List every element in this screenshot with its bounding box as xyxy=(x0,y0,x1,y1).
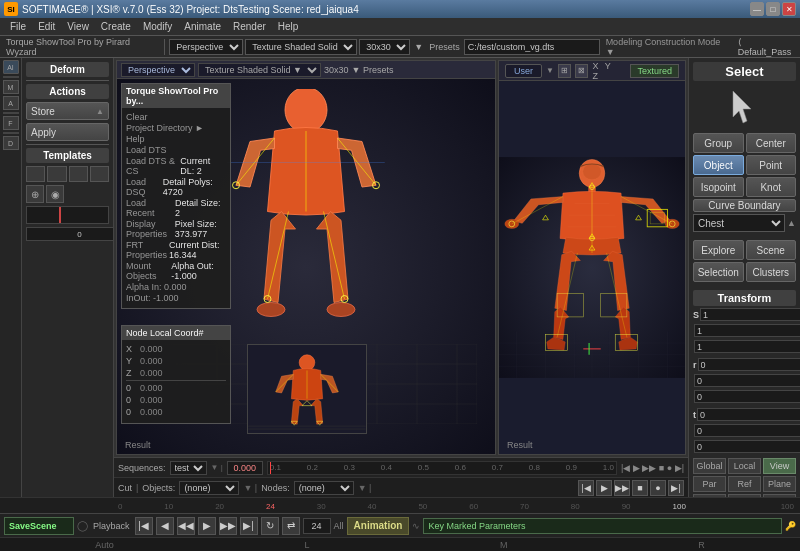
left-vp-shading-select[interactable]: Texture Shaded Solid ▼ xyxy=(198,63,321,77)
icon-btn-4[interactable] xyxy=(90,166,109,182)
vp-icon-3[interactable]: ⊠ xyxy=(575,64,588,78)
vp-icon-1[interactable]: ▼ xyxy=(546,66,554,75)
menu-create[interactable]: Create xyxy=(95,18,137,35)
transport-first-btn[interactable]: |◀ xyxy=(135,517,153,535)
menu-modify[interactable]: Modify xyxy=(137,18,178,35)
plane-btn[interactable]: Plane xyxy=(763,476,796,492)
transport-bounce-btn[interactable]: ⇄ xyxy=(282,517,300,535)
sequences-select[interactable]: test xyxy=(170,461,207,475)
mini-timeline-marker xyxy=(59,207,61,223)
icon-btn-1[interactable] xyxy=(26,166,45,182)
scene-btn[interactable]: Scene xyxy=(746,240,797,260)
cursor-icon xyxy=(725,87,765,127)
left-vp-camera-select[interactable]: Perspective xyxy=(121,63,195,77)
user-camera-btn[interactable]: User xyxy=(505,64,542,78)
animation-btn[interactable]: Animation xyxy=(347,517,410,535)
app-icon-text: SI xyxy=(7,5,15,14)
savescene-input[interactable] xyxy=(4,517,74,535)
selection-btn[interactable]: Selection xyxy=(693,262,744,282)
play-ffwd-btn[interactable]: ▶▶ xyxy=(614,480,630,496)
key-marked-icon[interactable]: 🔑 xyxy=(785,521,796,531)
rot-x-input[interactable] xyxy=(698,358,800,371)
maximize-button[interactable]: □ xyxy=(766,2,780,16)
par-btn[interactable]: Par xyxy=(693,476,726,492)
nodes-select[interactable]: (none) xyxy=(294,481,354,495)
paint-icon[interactable]: ◉ xyxy=(46,185,64,203)
trans-z-input[interactable] xyxy=(694,440,800,453)
key-marked-params[interactable]: Key Marked Parameters xyxy=(423,518,782,534)
obj-arrow: ▼ | xyxy=(243,483,257,493)
trans-y-input[interactable] xyxy=(694,424,800,437)
curve-boundary-btn[interactable]: Curve Boundary xyxy=(693,199,796,212)
menu-file[interactable]: File xyxy=(4,18,32,35)
transform-s-x: S x xyxy=(693,308,796,321)
local-btn[interactable]: Local xyxy=(728,458,761,474)
frame-input[interactable] xyxy=(303,518,331,534)
sidebar-btn-1[interactable]: AI xyxy=(3,60,19,74)
seq-time-input[interactable] xyxy=(227,461,263,475)
scale-select[interactable]: 30x30 xyxy=(359,39,410,55)
ref-btn[interactable]: Ref xyxy=(728,476,761,492)
sidebar-btn-2[interactable]: M xyxy=(3,80,19,94)
close-button[interactable]: ✕ xyxy=(782,2,796,16)
stop-btn[interactable]: ■ xyxy=(632,480,648,496)
scale-y-input[interactable] xyxy=(694,324,800,337)
sidebar-btn-5[interactable]: D xyxy=(3,136,19,150)
menu-help[interactable]: Help xyxy=(272,18,305,35)
scale-z-input[interactable] xyxy=(694,340,800,353)
chest-select[interactable]: Chest xyxy=(693,214,785,232)
playback-controls: |◀ ▶ ▶▶ ■ ● ▶| xyxy=(578,480,684,496)
time-start-input[interactable] xyxy=(26,227,114,241)
view-btn[interactable]: View xyxy=(763,458,796,474)
apply-btn[interactable]: Apply xyxy=(26,123,109,141)
menu-edit[interactable]: Edit xyxy=(32,18,61,35)
shading-select[interactable]: Texture Shaded Solid xyxy=(245,39,357,55)
record-btn[interactable]: ● xyxy=(650,480,666,496)
transport-rewind-btn[interactable]: ◀◀ xyxy=(177,517,195,535)
play-fwd-btn[interactable]: ▶ xyxy=(596,480,612,496)
trans-x-input[interactable] xyxy=(697,408,800,421)
path-input[interactable] xyxy=(464,39,600,55)
clusters-btn[interactable]: Clusters xyxy=(746,262,797,282)
savescene-arrow[interactable]: ◯ xyxy=(77,520,88,531)
sidebar-btn-4[interactable]: F xyxy=(3,116,19,130)
group-btn[interactable]: Group xyxy=(693,133,744,153)
menu-view[interactable]: View xyxy=(61,18,95,35)
play-back-btn[interactable]: |◀ xyxy=(578,480,594,496)
minimize-button[interactable]: — xyxy=(750,2,764,16)
global-btn[interactable]: Global xyxy=(693,458,726,474)
center-btn[interactable]: Center xyxy=(746,133,797,153)
explore-btn[interactable]: Explore xyxy=(693,240,744,260)
magnet-icon[interactable]: ⊕ xyxy=(26,185,44,203)
transport-play-btn[interactable]: ▶ xyxy=(198,517,216,535)
perspective-select[interactable]: Perspective xyxy=(169,39,243,55)
object-btn[interactable]: Object xyxy=(693,155,744,175)
mat-btn[interactable]: MAT xyxy=(763,494,796,497)
icon-btn-2[interactable] xyxy=(47,166,66,182)
transport-prev-btn[interactable]: ◀ xyxy=(156,517,174,535)
menu-animate[interactable]: Animate xyxy=(178,18,227,35)
knot-btn[interactable]: Knot xyxy=(746,177,797,197)
window-controls: — □ ✕ xyxy=(750,2,796,16)
vp-icon-2[interactable]: ⊞ xyxy=(558,64,571,78)
icon-btn-3[interactable] xyxy=(69,166,88,182)
anim-wave-icon[interactable]: ∿ xyxy=(412,521,420,531)
left-vp-presets[interactable]: ▼ Presets xyxy=(352,65,394,75)
scale-x-input[interactable] xyxy=(700,308,800,321)
store-btn[interactable]: Store ▲ xyxy=(26,102,109,120)
rot-z-input[interactable] xyxy=(694,390,800,403)
isopoint-btn[interactable]: Isopoint xyxy=(693,177,744,197)
transport-loop-btn[interactable]: ↻ xyxy=(261,517,279,535)
play-btns[interactable]: |◀ ▶ ▶▶ ■ ● ▶| xyxy=(621,463,684,473)
mcp-btn[interactable]: MCP xyxy=(693,494,726,497)
menu-render[interactable]: Render xyxy=(227,18,272,35)
chest-arrow-up[interactable]: ▲ xyxy=(787,218,796,228)
kpl-btn[interactable]: KP/L xyxy=(728,494,761,497)
play-end-btn[interactable]: ▶| xyxy=(668,480,684,496)
sidebar-btn-3[interactable]: A xyxy=(3,96,19,110)
point-btn[interactable]: Point xyxy=(746,155,797,175)
rot-y-input[interactable] xyxy=(694,374,800,387)
transport-last-btn[interactable]: ▶| xyxy=(240,517,258,535)
transport-ffwd-btn[interactable]: ▶▶ xyxy=(219,517,237,535)
objects-select[interactable]: (none) xyxy=(179,481,239,495)
